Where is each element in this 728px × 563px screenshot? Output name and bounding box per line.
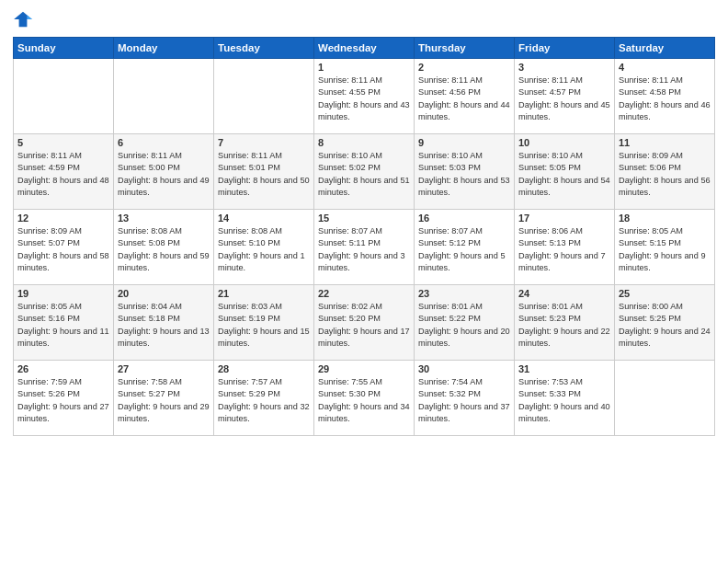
- day-info: Sunrise: 8:05 AM Sunset: 5:16 PM Dayligh…: [17, 301, 109, 350]
- day-info: Sunrise: 7:53 AM Sunset: 5:33 PM Dayligh…: [518, 376, 610, 425]
- day-number: 30: [418, 363, 510, 374]
- day-info: Sunrise: 8:11 AM Sunset: 4:56 PM Dayligh…: [418, 75, 510, 123]
- day-info: Sunrise: 8:04 AM Sunset: 5:18 PM Dayligh…: [118, 301, 210, 350]
- day-info: Sunrise: 8:01 AM Sunset: 5:23 PM Dayligh…: [518, 301, 610, 350]
- day-number: 8: [318, 137, 410, 148]
- day-number: 19: [17, 288, 109, 299]
- day-info: Sunrise: 8:07 AM Sunset: 5:11 PM Dayligh…: [318, 225, 410, 274]
- calendar-cell: 31Sunrise: 7:53 AM Sunset: 5:33 PM Dayli…: [515, 361, 615, 436]
- logo: [13, 9, 37, 29]
- day-info: Sunrise: 8:07 AM Sunset: 5:12 PM Dayligh…: [418, 225, 510, 274]
- calendar-cell: 13Sunrise: 8:08 AM Sunset: 5:08 PM Dayli…: [114, 210, 214, 285]
- day-info: Sunrise: 7:57 AM Sunset: 5:29 PM Dayligh…: [218, 376, 310, 425]
- day-number: 2: [418, 62, 510, 73]
- calendar-cell: 24Sunrise: 8:01 AM Sunset: 5:23 PM Dayli…: [515, 285, 615, 361]
- calendar-cell: 27Sunrise: 7:58 AM Sunset: 5:27 PM Dayli…: [114, 361, 214, 436]
- day-info: Sunrise: 8:11 AM Sunset: 4:55 PM Dayligh…: [318, 75, 410, 123]
- calendar-cell: 3Sunrise: 8:11 AM Sunset: 4:57 PM Daylig…: [515, 59, 615, 134]
- calendar-week-row: 1Sunrise: 8:11 AM Sunset: 4:55 PM Daylig…: [14, 59, 715, 134]
- calendar-week-row: 19Sunrise: 8:05 AM Sunset: 5:16 PM Dayli…: [14, 285, 715, 361]
- day-number: 17: [518, 213, 610, 224]
- day-info: Sunrise: 8:11 AM Sunset: 4:58 PM Dayligh…: [619, 75, 711, 123]
- day-number: 1: [318, 62, 410, 73]
- day-info: Sunrise: 7:59 AM Sunset: 5:26 PM Dayligh…: [17, 376, 109, 425]
- day-number: 24: [518, 288, 610, 299]
- day-number: 18: [619, 213, 711, 224]
- col-header-saturday: Saturday: [615, 38, 715, 59]
- col-header-monday: Monday: [114, 38, 214, 59]
- day-info: Sunrise: 8:06 AM Sunset: 5:13 PM Dayligh…: [518, 225, 610, 274]
- calendar-cell: 23Sunrise: 8:01 AM Sunset: 5:22 PM Dayli…: [415, 285, 515, 361]
- calendar-cell: 29Sunrise: 7:55 AM Sunset: 5:30 PM Dayli…: [314, 361, 415, 436]
- calendar-cell: 21Sunrise: 8:03 AM Sunset: 5:19 PM Dayli…: [214, 285, 314, 361]
- calendar-cell: 18Sunrise: 8:05 AM Sunset: 5:15 PM Dayli…: [615, 210, 715, 285]
- col-header-tuesday: Tuesday: [214, 38, 314, 59]
- calendar-cell: [615, 361, 715, 436]
- day-info: Sunrise: 8:11 AM Sunset: 5:01 PM Dayligh…: [218, 150, 310, 199]
- calendar-cell: [114, 59, 214, 134]
- col-header-wednesday: Wednesday: [314, 38, 415, 59]
- calendar-cell: 5Sunrise: 8:11 AM Sunset: 4:59 PM Daylig…: [14, 134, 114, 210]
- calendar-week-row: 12Sunrise: 8:09 AM Sunset: 5:07 PM Dayli…: [14, 210, 715, 285]
- day-number: 14: [218, 213, 310, 224]
- calendar-cell: 7Sunrise: 8:11 AM Sunset: 5:01 PM Daylig…: [214, 134, 314, 210]
- header: [13, 9, 715, 29]
- day-info: Sunrise: 8:05 AM Sunset: 5:15 PM Dayligh…: [619, 225, 711, 274]
- calendar-cell: 19Sunrise: 8:05 AM Sunset: 5:16 PM Dayli…: [14, 285, 114, 361]
- day-number: 12: [17, 213, 109, 224]
- calendar-cell: 2Sunrise: 8:11 AM Sunset: 4:56 PM Daylig…: [415, 59, 515, 134]
- day-info: Sunrise: 8:10 AM Sunset: 5:05 PM Dayligh…: [518, 150, 610, 199]
- day-info: Sunrise: 8:09 AM Sunset: 5:07 PM Dayligh…: [17, 225, 109, 274]
- calendar-cell: 6Sunrise: 8:11 AM Sunset: 5:00 PM Daylig…: [114, 134, 214, 210]
- day-info: Sunrise: 8:10 AM Sunset: 5:03 PM Dayligh…: [418, 150, 510, 199]
- day-number: 6: [118, 137, 210, 148]
- calendar-cell: [14, 59, 114, 134]
- col-header-friday: Friday: [515, 38, 615, 59]
- calendar-cell: 26Sunrise: 7:59 AM Sunset: 5:26 PM Dayli…: [14, 361, 114, 436]
- calendar-header-row: SundayMondayTuesdayWednesdayThursdayFrid…: [14, 38, 715, 59]
- col-header-sunday: Sunday: [14, 38, 114, 59]
- calendar-cell: 4Sunrise: 8:11 AM Sunset: 4:58 PM Daylig…: [615, 59, 715, 134]
- calendar-cell: 14Sunrise: 8:08 AM Sunset: 5:10 PM Dayli…: [214, 210, 314, 285]
- day-info: Sunrise: 8:01 AM Sunset: 5:22 PM Dayligh…: [418, 301, 510, 350]
- calendar-cell: 11Sunrise: 8:09 AM Sunset: 5:06 PM Dayli…: [615, 134, 715, 210]
- day-info: Sunrise: 8:11 AM Sunset: 4:59 PM Dayligh…: [17, 150, 109, 199]
- day-number: 15: [318, 213, 410, 224]
- day-number: 11: [619, 137, 711, 148]
- day-number: 21: [218, 288, 310, 299]
- calendar-cell: 17Sunrise: 8:06 AM Sunset: 5:13 PM Dayli…: [515, 210, 615, 285]
- day-number: 9: [418, 137, 510, 148]
- calendar-cell: 30Sunrise: 7:54 AM Sunset: 5:32 PM Dayli…: [415, 361, 515, 436]
- day-number: 22: [318, 288, 410, 299]
- day-info: Sunrise: 8:11 AM Sunset: 4:57 PM Dayligh…: [518, 75, 610, 123]
- day-number: 10: [518, 137, 610, 148]
- day-number: 3: [518, 62, 610, 73]
- calendar-cell: 12Sunrise: 8:09 AM Sunset: 5:07 PM Dayli…: [14, 210, 114, 285]
- calendar-cell: 9Sunrise: 8:10 AM Sunset: 5:03 PM Daylig…: [415, 134, 515, 210]
- day-number: 23: [418, 288, 510, 299]
- calendar-week-row: 26Sunrise: 7:59 AM Sunset: 5:26 PM Dayli…: [14, 361, 715, 436]
- day-number: 28: [218, 363, 310, 374]
- day-info: Sunrise: 7:55 AM Sunset: 5:30 PM Dayligh…: [318, 376, 410, 425]
- page: SundayMondayTuesdayWednesdayThursdayFrid…: [0, 0, 728, 563]
- day-info: Sunrise: 8:11 AM Sunset: 5:00 PM Dayligh…: [118, 150, 210, 199]
- calendar-table: SundayMondayTuesdayWednesdayThursdayFrid…: [13, 37, 715, 436]
- day-info: Sunrise: 7:58 AM Sunset: 5:27 PM Dayligh…: [118, 376, 210, 425]
- day-number: 13: [118, 213, 210, 224]
- day-info: Sunrise: 8:00 AM Sunset: 5:25 PM Dayligh…: [619, 301, 711, 350]
- day-number: 5: [17, 137, 109, 148]
- day-info: Sunrise: 8:09 AM Sunset: 5:06 PM Dayligh…: [619, 150, 711, 199]
- day-number: 31: [518, 363, 610, 374]
- calendar-cell: 10Sunrise: 8:10 AM Sunset: 5:05 PM Dayli…: [515, 134, 615, 210]
- day-number: 7: [218, 137, 310, 148]
- calendar-cell: 20Sunrise: 8:04 AM Sunset: 5:18 PM Dayli…: [114, 285, 214, 361]
- day-number: 4: [619, 62, 711, 73]
- calendar-cell: 8Sunrise: 8:10 AM Sunset: 5:02 PM Daylig…: [314, 134, 415, 210]
- day-info: Sunrise: 8:10 AM Sunset: 5:02 PM Dayligh…: [318, 150, 410, 199]
- day-info: Sunrise: 7:54 AM Sunset: 5:32 PM Dayligh…: [418, 376, 510, 425]
- calendar-week-row: 5Sunrise: 8:11 AM Sunset: 4:59 PM Daylig…: [14, 134, 715, 210]
- day-number: 29: [318, 363, 410, 374]
- calendar-cell: 22Sunrise: 8:02 AM Sunset: 5:20 PM Dayli…: [314, 285, 415, 361]
- logo-icon: [13, 9, 33, 29]
- day-info: Sunrise: 8:08 AM Sunset: 5:10 PM Dayligh…: [218, 225, 310, 274]
